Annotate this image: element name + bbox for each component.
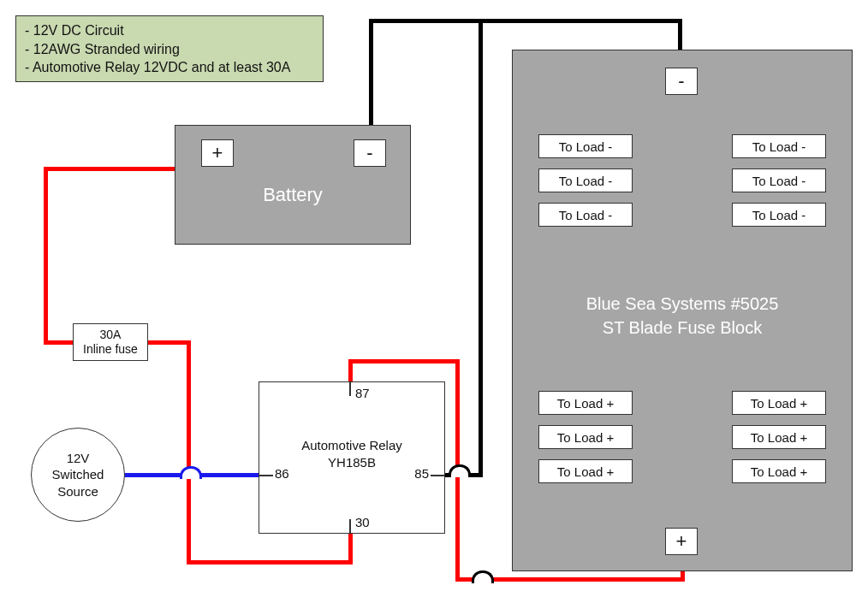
battery-neg-terminal: -	[354, 139, 386, 167]
switched-source: 12V Switched Source	[31, 428, 125, 522]
wire-fuse-to-relay	[187, 340, 191, 564]
load-pos-label: To Load +	[732, 459, 826, 483]
load-neg-label: To Load -	[538, 203, 633, 227]
source-line: 12V	[67, 450, 90, 467]
load-pos-label: To Load +	[732, 391, 826, 415]
info-line: - 12V DC Circuit	[25, 21, 314, 40]
wire-relay-to-fuseblock	[348, 359, 460, 364]
source-line: Source	[57, 483, 98, 500]
fuse-block-title: Blue Sea Systems #5025 ST Blade Fuse Blo…	[513, 292, 852, 340]
info-box: - 12V DC Circuit - 12AWG Stranded wiring…	[15, 15, 324, 82]
info-line: - Automotive Relay 12VDC and at least 30…	[25, 58, 314, 77]
wire-battery-pos	[44, 340, 75, 345]
wire-hop	[472, 570, 494, 583]
relay-pin-87: 87	[355, 386, 370, 400]
relay-pin-tick	[431, 475, 444, 476]
battery-pos-terminal: +	[201, 139, 234, 167]
relay-title-line: Automotive Relay	[259, 437, 444, 454]
info-line: - 12AWG Stranded wiring	[25, 40, 314, 59]
inline-fuse-line: Inline fuse	[83, 342, 138, 357]
load-neg-label: To Load -	[732, 134, 826, 158]
relay-pin-30: 30	[355, 515, 370, 529]
load-neg-label: To Load -	[732, 203, 826, 227]
load-neg-label: To Load -	[538, 168, 633, 192]
diagram-canvas: - 12V DC Circuit - 12AWG Stranded wiring…	[0, 0, 868, 597]
wire-battery-neg-to-bus	[369, 19, 373, 128]
wire-fuse-to-relay	[348, 532, 353, 564]
wire-hop	[180, 466, 202, 479]
battery-label: Battery	[175, 184, 410, 206]
wire-battery-neg-to-bus	[369, 19, 682, 23]
relay-pin-86: 86	[275, 466, 289, 481]
fuse-block-title-line: ST Blade Fuse Block	[513, 316, 852, 340]
load-neg-label: To Load -	[538, 134, 633, 158]
source-line: Switched	[52, 466, 104, 483]
relay-pin-tick	[349, 519, 351, 533]
wire-hop	[449, 464, 471, 477]
load-pos-label: To Load +	[732, 425, 826, 449]
wire-battery-pos	[44, 167, 48, 342]
fuse-block: - Blue Sea Systems #5025 ST Blade Fuse B…	[512, 50, 853, 571]
wire-fuse-to-relay	[187, 560, 353, 564]
relay-pin-tick	[259, 475, 273, 476]
load-pos-label: To Load +	[538, 459, 633, 483]
relay-pin-85: 85	[414, 466, 429, 481]
fuse-block-pos-terminal: +	[665, 528, 698, 555]
wire-fuse-to-relay	[146, 340, 191, 345]
inline-fuse: 30A Inline fuse	[73, 323, 148, 361]
load-neg-label: To Load -	[732, 168, 826, 192]
inline-fuse-line: 30A	[100, 328, 122, 342]
battery-block: Battery + -	[175, 125, 411, 245]
load-pos-label: To Load +	[538, 391, 633, 415]
fuse-block-title-line: Blue Sea Systems #5025	[513, 292, 852, 316]
fuse-block-neg-terminal: -	[665, 68, 698, 95]
relay-block: Automotive Relay YH185B 87 86 85 30	[259, 381, 445, 534]
load-pos-label: To Load +	[538, 425, 633, 449]
wire-relay-85	[479, 19, 483, 477]
relay-pin-tick	[349, 382, 351, 396]
